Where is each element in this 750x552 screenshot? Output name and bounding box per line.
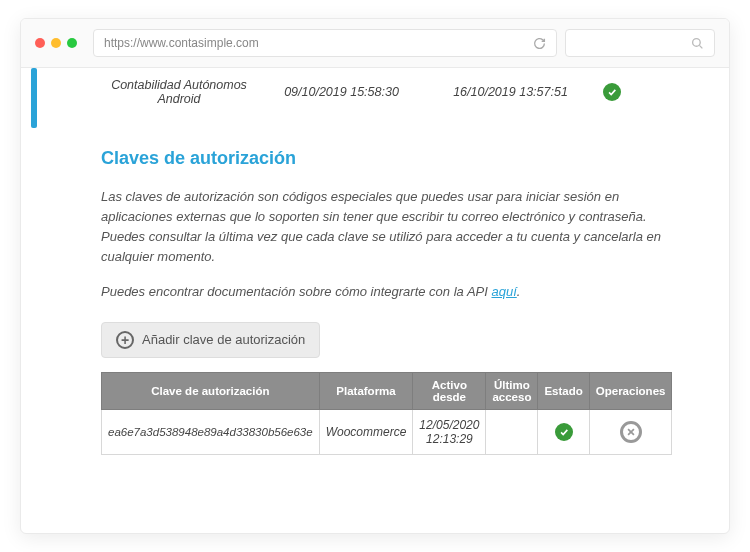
url-text: https://www.contasimple.com — [104, 36, 525, 50]
th-key: Clave de autorización — [102, 372, 320, 409]
cell-key: ea6e7a3d538948e89a4d33830b56e63e — [102, 409, 320, 454]
search-box[interactable] — [565, 29, 715, 57]
th-ops: Operaciones — [589, 372, 672, 409]
session-created: 09/10/2019 15:58:30 — [257, 85, 426, 99]
section-description-2: Puedes encontrar documentación sobre cóm… — [101, 282, 669, 302]
th-status: Estado — [538, 372, 589, 409]
auth-keys-table: Clave de autorización Plataforma Activo … — [101, 372, 672, 455]
cell-active-since: 12/05/2020 12:13:29 — [413, 409, 486, 454]
minimize-icon[interactable] — [51, 38, 61, 48]
browser-chrome: https://www.contasimple.com — [21, 19, 729, 68]
search-icon — [691, 37, 704, 50]
add-auth-key-label: Añadir clave de autorización — [142, 332, 305, 347]
table-header-row: Clave de autorización Plataforma Activo … — [102, 372, 672, 409]
close-icon[interactable] — [35, 38, 45, 48]
section-title: Claves de autorización — [101, 148, 669, 169]
browser-window: https://www.contasimple.com Contabilidad… — [20, 18, 730, 534]
window-controls — [35, 38, 77, 48]
cell-ops — [589, 409, 672, 454]
section-description-1: Las claves de autorización son códigos e… — [101, 187, 669, 268]
plus-icon: + — [116, 331, 134, 349]
add-auth-key-button[interactable]: + Añadir clave de autorización — [101, 322, 320, 358]
svg-point-0 — [693, 38, 701, 46]
check-icon — [555, 423, 573, 441]
th-active-since: Activo desde — [413, 372, 486, 409]
table-row: ea6e7a3d538948e89a4d33830b56e63e Woocomm… — [102, 409, 672, 454]
reload-icon[interactable] — [533, 37, 546, 50]
session-app-name: Contabilidad Autónomos Android — [101, 78, 257, 106]
maximize-icon[interactable] — [67, 38, 77, 48]
session-last-access: 16/10/2019 13:57:51 — [426, 85, 595, 99]
cell-last-access — [486, 409, 538, 454]
svg-line-1 — [699, 45, 702, 48]
sidebar-accent — [31, 68, 37, 128]
th-platform: Plataforma — [319, 372, 413, 409]
check-icon — [603, 83, 621, 101]
api-docs-link[interactable]: aquí — [491, 284, 516, 299]
cell-platform: Woocommerce — [319, 409, 413, 454]
sessions-table-row: Contabilidad Autónomos Android 09/10/201… — [101, 68, 669, 120]
cell-status — [538, 409, 589, 454]
cancel-key-button[interactable] — [620, 421, 642, 443]
page-content: Contabilidad Autónomos Android 09/10/201… — [21, 68, 729, 533]
address-bar[interactable]: https://www.contasimple.com — [93, 29, 557, 57]
th-last-access: Último acceso — [486, 372, 538, 409]
